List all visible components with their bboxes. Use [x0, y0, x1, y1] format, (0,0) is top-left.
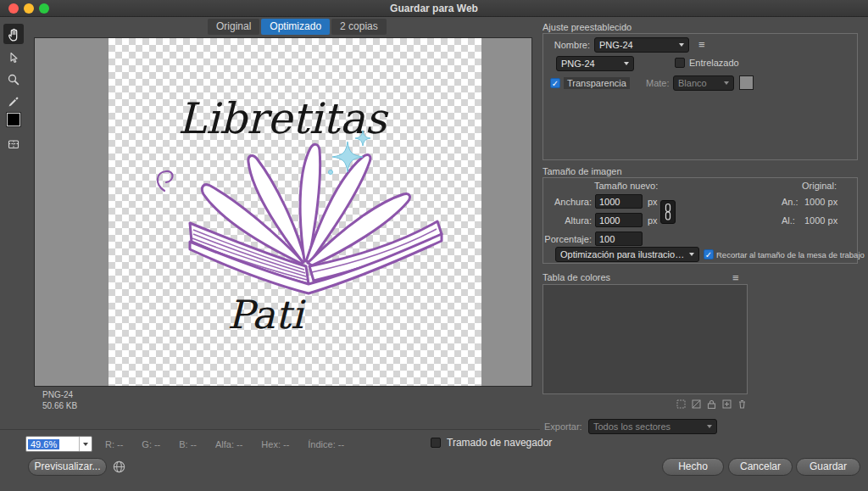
- artwork-title-text: Libretitas: [178, 94, 389, 143]
- titlebar: Guardar para Web: [0, 0, 868, 17]
- web-shift-color-button[interactable]: [676, 399, 687, 410]
- window-title: Guardar para Web: [0, 0, 868, 17]
- transparency-label: Transparencia: [564, 77, 630, 89]
- preview-in-browser-button[interactable]: Previsualizar...: [28, 458, 107, 476]
- chevron-down-icon: [689, 253, 694, 256]
- artboard-canvas[interactable]: Libretitas: [108, 38, 481, 386]
- preset-box: [542, 33, 858, 160]
- image-size-header: Tamaño de imagen: [542, 166, 622, 176]
- preview-format-label: PNG-24: [42, 389, 73, 400]
- book-illustration: Libretitas: [108, 38, 481, 386]
- zoom-tool[interactable]: [3, 70, 24, 90]
- width-label: Anchura:: [549, 197, 592, 207]
- browser-dither-group: Tramado de navegador: [431, 437, 552, 449]
- chevron-down-icon: [707, 425, 712, 428]
- zoom-dropdown-button[interactable]: [79, 437, 92, 451]
- percent-input[interactable]: [595, 232, 643, 246]
- slice-select-tool[interactable]: [3, 47, 24, 68]
- color-table-menu-button[interactable]: ≡: [732, 272, 739, 284]
- zoom-level-combo[interactable]: 49.6%: [25, 436, 92, 452]
- browser-dither-label: Tramado de navegador: [447, 437, 552, 449]
- preset-menu-button[interactable]: ≡: [698, 39, 705, 51]
- height-label: Altura:: [549, 215, 592, 226]
- clip-to-artboard-label: Recortar al tamaño de la mesa de trabajo: [716, 250, 865, 259]
- done-button[interactable]: Hecho: [662, 458, 724, 476]
- preset-name-label: Nombre:: [549, 40, 590, 50]
- eyedropper-icon: [7, 95, 20, 109]
- artwork-signature-text: Pati: [227, 292, 306, 338]
- delete-color-button[interactable]: [737, 399, 748, 410]
- zoom-level-value: 49.6%: [28, 439, 59, 449]
- color-table-header: Tabla de colores: [542, 272, 610, 282]
- cancel-button[interactable]: Cancelar: [728, 458, 793, 476]
- chevron-down-icon: [679, 43, 684, 47]
- clip-to-artboard-checkbox[interactable]: ✓: [704, 249, 714, 259]
- interlaced-label: Entrelazado: [689, 58, 739, 68]
- check-icon: ✓: [704, 250, 713, 259]
- preset-name-select[interactable]: PNG-24: [594, 37, 689, 53]
- hand-tool[interactable]: [3, 24, 24, 44]
- width-input[interactable]: [595, 194, 643, 209]
- browser-dither-checkbox[interactable]: [431, 438, 441, 448]
- eyedropper-tool[interactable]: [3, 92, 24, 112]
- width-unit-label: px: [648, 197, 658, 207]
- original-size-label: Original:: [802, 181, 837, 191]
- original-width-label: An.:: [782, 197, 798, 207]
- matte-select[interactable]: Blanco: [673, 75, 734, 91]
- export-select[interactable]: Todos los sectores: [588, 419, 717, 434]
- slices-visibility-icon: [7, 137, 20, 151]
- transparency-checkbox[interactable]: ✓: [550, 78, 560, 88]
- preview-filesize-label: 50.66 KB: [42, 400, 77, 411]
- toggle-slices-visibility[interactable]: [3, 134, 24, 154]
- eyedropper-color-swatch[interactable]: [7, 113, 20, 126]
- export-label: Exportar:: [544, 421, 582, 432]
- preview-pane[interactable]: Libretitas: [34, 37, 532, 387]
- height-unit-label: px: [648, 215, 658, 226]
- slice-select-icon: [7, 51, 20, 64]
- chain-link-icon: [663, 203, 673, 221]
- save-button[interactable]: Guardar: [796, 458, 860, 476]
- magnifier-icon: [7, 73, 20, 86]
- percent-label: Porcentaje:: [542, 234, 592, 244]
- color-table-actions: [676, 399, 748, 410]
- open-book-drawing: [158, 131, 442, 293]
- color-readout: R:-- G:-- B:-- Alfa:-- Hex:-- Índice:--: [103, 439, 344, 449]
- color-table-box[interactable]: [542, 284, 748, 394]
- new-size-label: Tamaño nuevo:: [594, 181, 658, 191]
- preset-header: Ajuste preestablecido: [542, 22, 632, 32]
- tab-optimizado[interactable]: Optimizado: [261, 19, 330, 35]
- add-color-button[interactable]: [721, 399, 732, 410]
- link-dimensions-button[interactable]: [660, 200, 676, 224]
- tab-original[interactable]: Original: [208, 19, 259, 35]
- check-icon: ✓: [551, 79, 559, 88]
- original-height-label: Al.:: [782, 215, 795, 226]
- divider: [0, 429, 540, 430]
- matte-label: Mate:: [646, 78, 670, 88]
- save-for-web-dialog: { "colors": { "accent_blue": "#2573bd", …: [0, 0, 868, 491]
- swirl-decoration: [158, 171, 173, 191]
- chevron-down-icon: [83, 443, 88, 446]
- chevron-down-icon: [624, 62, 629, 65]
- transparency-map-button[interactable]: [691, 399, 702, 410]
- original-height-value: 1000 px: [804, 215, 837, 226]
- preview-tabs: Original Optimizado 2 copias: [208, 19, 387, 35]
- tab-2-copias[interactable]: 2 copias: [331, 19, 387, 35]
- lock-color-button[interactable]: [706, 399, 717, 410]
- browser-globe-icon[interactable]: [112, 460, 126, 477]
- original-width-value: 1000 px: [804, 197, 837, 207]
- interlaced-checkbox[interactable]: [675, 58, 685, 68]
- optimize-select[interactable]: Optimización para ilustraciones: [555, 247, 699, 262]
- hand-icon: [7, 27, 21, 42]
- height-input[interactable]: [595, 213, 643, 227]
- format-select[interactable]: PNG-24: [556, 56, 634, 71]
- chevron-down-icon: [724, 81, 729, 85]
- matte-color-swatch[interactable]: [739, 75, 754, 90]
